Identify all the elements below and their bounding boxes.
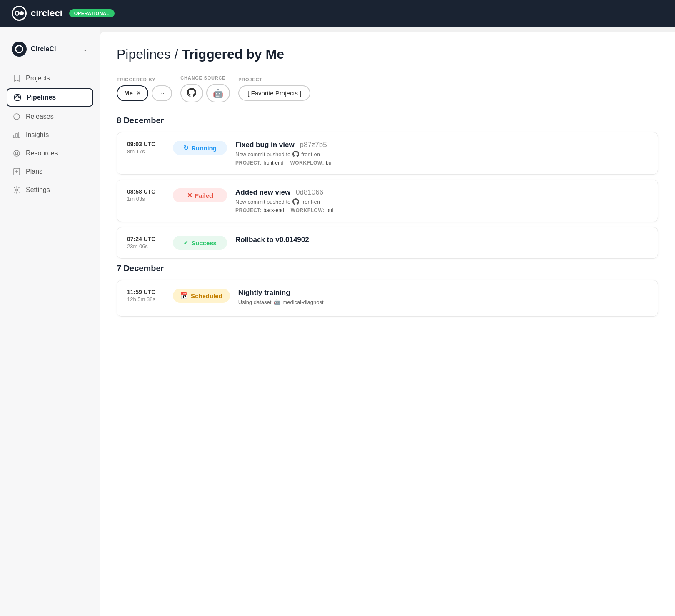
sidebar-item-insights-label: Insights: [26, 131, 49, 139]
time-duration: 23m 06s: [127, 243, 165, 249]
date-section-7-dec: 7 December 11:59 UTC 12h 5m 38s 📅 Schedu…: [117, 264, 658, 317]
status-badge-success: ✓ Success: [173, 236, 227, 250]
bar-chart-icon: [12, 131, 21, 139]
sidebar: CircleCI ⌄ Projects Pipelines: [0, 27, 100, 616]
status-label: Failed: [195, 192, 213, 199]
svg-rect-2: [13, 135, 15, 138]
time-utc: 09:03 UTC: [127, 141, 165, 147]
triggered-by-me-pill[interactable]: Me ✕: [117, 85, 148, 101]
org-selector[interactable]: CircleCI ⌄: [7, 38, 93, 60]
status-badge-running: ↻ Running: [173, 141, 227, 155]
pipeline-description: Using dataset 🤖 medical-diagnost: [238, 299, 648, 305]
project-pill[interactable]: [ Favorite Projects ]: [238, 85, 310, 101]
dollar-icon: [12, 167, 21, 176]
status-label: Success: [191, 239, 217, 247]
app-logo: circleci: [12, 6, 62, 21]
change-source-label: CHANGE SOURCE: [180, 75, 230, 80]
pipeline-title: Nightly training: [238, 289, 648, 297]
time-info: 07:24 UTC 23m 06s: [127, 236, 165, 249]
sidebar-item-releases-label: Releases: [26, 113, 54, 120]
sidebar-item-projects-label: Projects: [26, 75, 50, 82]
pipeline-info: Fixed bug in view p87z7b5 New commit pus…: [235, 141, 648, 166]
project-filter: PROJECT [ Favorite Projects ]: [238, 77, 310, 101]
close-icon[interactable]: ✕: [136, 90, 141, 96]
chevron-down-icon: ⌄: [83, 46, 88, 52]
commit-hash: p87z7b5: [300, 141, 327, 149]
running-spin-icon: ↻: [183, 144, 189, 152]
org-avatar-inner: [15, 45, 23, 53]
svg-point-0: [14, 94, 21, 101]
pipeline-title: Added new view 0d81066: [235, 188, 648, 197]
page-title: Pipelines / Triggered by Me: [117, 47, 658, 62]
workflow-meta-value: bui: [326, 207, 333, 213]
project-label: PROJECT: [238, 77, 310, 82]
main-content: Pipelines / Triggered by Me TRIGGERED BY…: [100, 32, 675, 616]
top-bar: circleci OPERATIONAL: [0, 0, 675, 27]
pipeline-meta: PROJECT:back-end WORKFLOW:bui: [235, 207, 648, 213]
sidebar-item-insights[interactable]: Insights: [7, 127, 93, 143]
filter-bar: TRIGGERED BY Me ✕ ··· CHANGE SOURCE: [117, 75, 658, 102]
pipeline-description: New commit pushed to front-en: [235, 151, 648, 157]
calendar-icon: 📅: [180, 292, 188, 299]
project-meta-value: front-end: [263, 160, 283, 166]
x-icon: ✕: [187, 192, 192, 199]
triggered-by-pills: Me ✕ ···: [117, 85, 172, 101]
pipeline-card[interactable]: 11:59 UTC 12h 5m 38s 📅 Scheduled Nightly…: [117, 280, 658, 317]
time-duration: 8m 17s: [127, 148, 165, 155]
sidebar-item-projects[interactable]: Projects: [7, 70, 93, 87]
triggered-by-more-pill[interactable]: ···: [152, 85, 172, 101]
pipeline-description: New commit pushed to front-en: [235, 198, 648, 205]
sections: 8 December 09:03 UTC 8m 17s ↻ Running Fi…: [117, 116, 658, 317]
github-filter-pill[interactable]: [180, 84, 203, 102]
emoji-icon: 🤖: [213, 88, 223, 98]
change-source-filter: CHANGE SOURCE 🤖: [180, 75, 230, 102]
pipeline-meta: PROJECT:front-end WORKFLOW:bui: [235, 160, 648, 166]
sidebar-item-releases[interactable]: Releases: [7, 108, 93, 125]
svg-rect-3: [16, 133, 18, 138]
robot-emoji: 🤖: [273, 299, 280, 305]
change-source-pills: 🤖: [180, 84, 230, 102]
time-info: 11:59 UTC 12h 5m 38s: [127, 289, 165, 302]
triggered-by-filter: TRIGGERED BY Me ✕ ···: [117, 77, 172, 101]
date-heading-7-dec: 7 December: [117, 264, 658, 273]
bookmark-icon: [12, 74, 21, 82]
sidebar-item-pipelines[interactable]: Pipelines: [7, 88, 93, 107]
pipeline-card[interactable]: 07:24 UTC 23m 06s ✓ Success Rollback to …: [117, 227, 658, 259]
sidebar-item-plans-label: Plans: [26, 168, 42, 175]
circle-icon: [12, 149, 21, 157]
pipeline-title: Rollback to v0.014902: [235, 236, 648, 244]
svg-rect-4: [18, 132, 20, 138]
status-label: Running: [191, 145, 217, 152]
gear-icon: [12, 186, 21, 194]
date-section-8-dec: 8 December 09:03 UTC 8m 17s ↻ Running Fi…: [117, 116, 658, 259]
sidebar-item-settings[interactable]: Settings: [7, 182, 93, 198]
project-meta-label: PROJECT:: [235, 160, 262, 166]
sidebar-item-settings-label: Settings: [26, 186, 50, 194]
emoji-filter-pill[interactable]: 🤖: [206, 84, 230, 102]
pipelines-icon: [13, 93, 22, 102]
triggered-by-label: TRIGGERED BY: [117, 77, 172, 82]
github-icon: [187, 88, 196, 98]
workflow-meta-label: WORKFLOW:: [291, 207, 325, 213]
status-badge: OPERATIONAL: [69, 9, 115, 17]
time-info: 09:03 UTC 8m 17s: [127, 141, 165, 155]
org-name: CircleCI: [31, 45, 79, 53]
svg-point-8: [16, 189, 18, 191]
sidebar-item-plans[interactable]: Plans: [7, 163, 93, 180]
project-meta-value: back-end: [263, 207, 284, 213]
pipeline-info: Added new view 0d81066 New commit pushed…: [235, 188, 648, 213]
pipeline-card[interactable]: 09:03 UTC 8m 17s ↻ Running Fixed bug in …: [117, 132, 658, 175]
status-badge-scheduled: 📅 Scheduled: [173, 289, 230, 303]
releases-icon: [12, 112, 21, 121]
sidebar-item-resources[interactable]: Resources: [7, 145, 93, 162]
pipeline-info: Rollback to v0.014902: [235, 236, 648, 246]
time-duration: 1m 03s: [127, 196, 165, 202]
svg-point-1: [14, 114, 20, 120]
github-inline-icon: [292, 198, 299, 205]
org-avatar: [12, 42, 27, 57]
pipeline-card[interactable]: 08:58 UTC 1m 03s ✕ Failed Added new view…: [117, 180, 658, 222]
svg-point-5: [14, 150, 20, 156]
commit-hash: 0d81066: [296, 188, 323, 196]
status-badge-failed: ✕ Failed: [173, 188, 227, 202]
workflow-meta-value: bui: [326, 160, 332, 166]
